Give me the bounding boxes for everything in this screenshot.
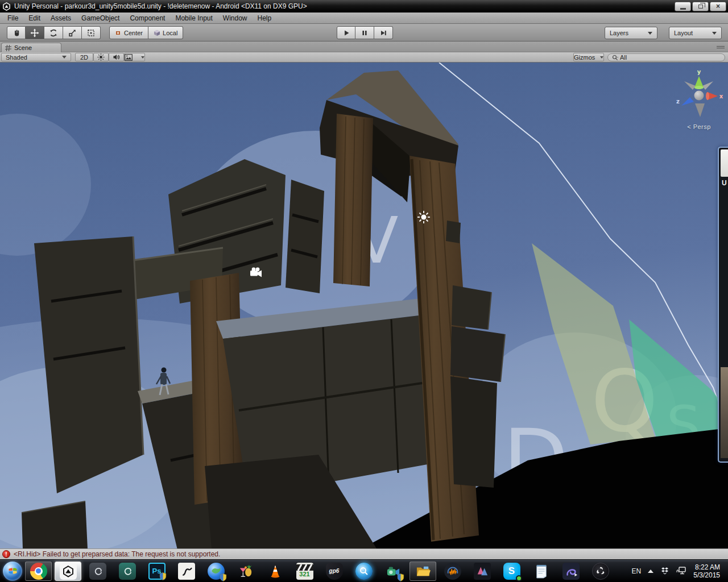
step-button[interactable]: [374, 26, 393, 39]
menu-help[interactable]: Help: [253, 13, 277, 23]
taskbar-obs[interactable]: [587, 562, 614, 581]
zbrush-icon: [178, 563, 195, 580]
layers-dropdown[interactable]: Layers: [605, 27, 657, 39]
layers-label: Layers: [610, 30, 628, 36]
play-button[interactable]: [337, 26, 355, 39]
space-toggle-button[interactable]: Local: [148, 26, 183, 39]
taskbar-magnifier-app[interactable]: [350, 562, 377, 581]
overlapping-window-sliver[interactable]: U: [718, 147, 728, 463]
axis-up-right-cone[interactable]: [702, 81, 713, 90]
folder-icon: [415, 563, 432, 580]
axis-y-cone[interactable]: [694, 76, 704, 89]
taskbar-notepad[interactable]: [528, 562, 555, 581]
perspective-toggle[interactable]: < Persp: [673, 123, 725, 130]
axis-z-cone[interactable]: [681, 97, 694, 106]
sun-icon: [97, 53, 105, 61]
image-icon: [125, 54, 133, 61]
taskbar-guitar-pro[interactable]: gp6: [321, 562, 348, 581]
gizmos-dropdown[interactable]: Gizmos: [573, 53, 604, 61]
unity-editor-window: Unity Personal - parkour3d_unity5mobile5…: [0, 0, 728, 582]
menu-file[interactable]: File: [2, 13, 23, 23]
scene-view-toolbar: Shaded 2D: [0, 52, 728, 63]
spiral-teal-icon: [119, 563, 136, 580]
taskbar-spiral-app-dark[interactable]: [84, 562, 111, 581]
pivot-label: Center: [124, 30, 143, 36]
axis-x-cone[interactable]: [706, 92, 718, 100]
start-button[interactable]: [3, 562, 22, 581]
2d-label: 2D: [80, 54, 88, 61]
rotate-tool-button[interactable]: [44, 26, 63, 39]
title-bar[interactable]: Unity Personal - parkour3d_unity5mobile5…: [0, 0, 728, 13]
move-tool-button[interactable]: [26, 26, 44, 39]
scene-search-input[interactable]: All: [607, 53, 725, 61]
gizmo-center-sphere[interactable]: [694, 91, 704, 101]
edge-window-content: [721, 367, 728, 458]
taskbar-media-player-classic[interactable]: 321: [291, 562, 318, 581]
render-mode-dropdown[interactable]: Shaded: [1, 53, 71, 61]
uac-shield-icon: [220, 573, 227, 581]
pause-button[interactable]: [355, 26, 374, 39]
scene-geometry: V Q D S: [0, 63, 728, 548]
language-indicator[interactable]: EN: [632, 567, 642, 575]
taskbar-google-earth[interactable]: [202, 562, 229, 581]
scene-viewport[interactable]: V Q D S: [0, 63, 728, 548]
taskbar-zbrush[interactable]: [173, 562, 200, 581]
network-icon[interactable]: [676, 567, 686, 575]
taskbar-vlc[interactable]: [262, 562, 288, 581]
scene-tab-label: Scene: [14, 44, 32, 51]
taskbar-graphics-app[interactable]: [469, 562, 495, 581]
menu-window[interactable]: Window: [218, 13, 253, 23]
close-button[interactable]: ×: [710, 2, 726, 11]
edge-window-label: U: [719, 177, 728, 187]
taskbar-monodevelop[interactable]: [557, 562, 584, 581]
dropbox-icon[interactable]: [660, 567, 669, 575]
audio-toggle-button[interactable]: [109, 53, 124, 61]
window-title: Unity Personal - parkour3d_unity5mobile5…: [14, 2, 307, 10]
2d-toggle-button[interactable]: 2D: [75, 53, 93, 61]
spiral-dark-icon: [89, 563, 106, 580]
unity-logo-icon: [2, 2, 11, 11]
taskbar-photoshop[interactable]: Ps: [143, 562, 170, 581]
pivot-toggle-button[interactable]: Center: [109, 26, 148, 39]
cube-icon: [154, 30, 160, 36]
status-bar[interactable]: ! <RI.Hid> Failed to get preparsed data:…: [0, 548, 728, 559]
persp-label: Persp: [693, 123, 711, 130]
windows-taskbar: Ps: [0, 559, 728, 582]
taskbar-skype[interactable]: S: [498, 562, 525, 581]
layout-dropdown[interactable]: Layout: [669, 27, 722, 39]
scale-icon: [68, 28, 77, 38]
taskbar-windows-explorer[interactable]: [410, 562, 436, 581]
hand-tool-button[interactable]: [7, 26, 26, 39]
taskbar-audacity[interactable]: [439, 562, 466, 581]
scale-tool-button[interactable]: [63, 26, 82, 39]
taskbar-spiral-app-teal[interactable]: [114, 562, 140, 581]
axis-down-cone[interactable]: [695, 103, 705, 117]
taskbar-chrome[interactable]: [25, 562, 52, 581]
chevron-down-icon: [141, 56, 144, 59]
taskbar-screen-recorder[interactable]: [380, 562, 407, 581]
taskbar-cocktail-app[interactable]: [232, 562, 259, 581]
menu-edit[interactable]: Edit: [23, 13, 46, 23]
uac-shield-icon: [159, 572, 167, 580]
taskbar-unity[interactable]: [55, 562, 81, 581]
menu-gameobject[interactable]: GameObject: [76, 13, 125, 23]
minimize-button[interactable]: [675, 2, 691, 11]
layout-label: Layout: [674, 30, 693, 36]
skype-icon: S: [503, 563, 520, 580]
tab-scene[interactable]: Scene: [1, 43, 61, 52]
pane-menu-icon[interactable]: [717, 45, 725, 49]
taskbar-clock[interactable]: 8:22 AM 5/3/2015: [693, 563, 722, 579]
show-hidden-icons-button[interactable]: [648, 569, 653, 573]
restore-button[interactable]: [692, 2, 709, 11]
menu-assets[interactable]: Assets: [46, 13, 76, 23]
menu-mobile-input[interactable]: Mobile Input: [170, 13, 217, 23]
status-dot: [516, 575, 522, 581]
lighting-toggle-button[interactable]: [93, 53, 109, 61]
menu-component[interactable]: Component: [125, 13, 170, 23]
close-icon: ×: [716, 2, 720, 10]
camcorder-icon: [385, 563, 402, 580]
axis-up-left-cone[interactable]: [684, 81, 696, 90]
effects-dropdown-button[interactable]: [124, 53, 145, 61]
rect-tool-button[interactable]: [82, 26, 101, 39]
speaker-icon: [113, 53, 120, 61]
